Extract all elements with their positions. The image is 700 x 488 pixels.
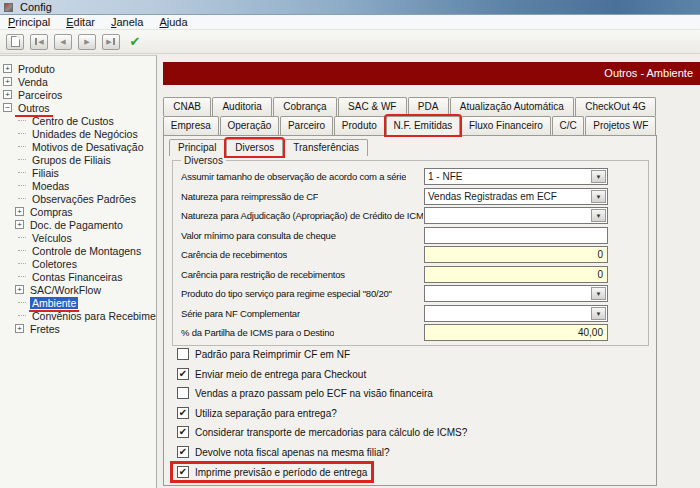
prior-record-icon: ◀ — [60, 38, 65, 45]
combo-natureza-para-adjudicacao-ap[interactable]: ▼ — [424, 207, 608, 224]
tab-parceiro[interactable]: Parceiro — [280, 116, 333, 135]
tree-item-unidades-de-negocios[interactable]: Unidades de Negócios — [0, 127, 156, 140]
checkbox-row-imprime-previsao-e-periodo-d[interactable]: ✔Imprime previsão e período de entrega — [173, 464, 371, 480]
menu-ajuda[interactable]: Ajuda — [151, 16, 195, 28]
tab-pda[interactable]: PDA — [408, 97, 449, 116]
expand-icon[interactable]: + — [3, 64, 12, 73]
tree-item-compras[interactable]: +Compras — [0, 205, 156, 218]
dropdown-arrow-icon[interactable]: ▼ — [591, 307, 606, 320]
tree-item-controle-de-montagens[interactable]: Controle de Montagens — [0, 244, 156, 257]
tab-produto[interactable]: Produto — [334, 116, 385, 135]
menu-editar[interactable]: Editar — [58, 16, 103, 28]
tree-connector — [18, 133, 26, 134]
checked-checkbox[interactable]: ✔ — [177, 368, 189, 380]
tab-operacao[interactable]: Operação — [220, 116, 280, 135]
expand-icon[interactable]: + — [15, 324, 24, 333]
tab-n-f-emitidas[interactable]: N.F. Emitidas — [386, 116, 461, 135]
tree-item-filiais[interactable]: Filiais — [0, 166, 156, 179]
field-label: Produto do tipo serviço para regime espe… — [181, 288, 392, 299]
checked-checkbox[interactable]: ✔ — [177, 426, 189, 438]
input-valor-minimo-para-consulta-d[interactable] — [424, 227, 608, 244]
combo-assumir-tamanho-de-observaca[interactable]: 1 - NFE▼ — [424, 168, 608, 185]
confirm-button[interactable]: ✔ — [126, 34, 144, 50]
first-record-button[interactable]: ◀ — [30, 34, 48, 50]
last-record-button[interactable]: ▶ — [102, 34, 120, 50]
checked-checkbox[interactable]: ✔ — [177, 446, 189, 458]
dropdown-arrow-icon[interactable]: ▼ — [591, 190, 606, 203]
tree-item-fretes[interactable]: +Fretes — [0, 322, 156, 335]
tree-item-contas-financeiras[interactable]: Contas Financeiras — [0, 270, 156, 283]
tab-checkout-4g[interactable]: CheckOut 4G — [575, 97, 656, 116]
tab-fluxo-financeiro[interactable]: Fluxo Financeiro — [461, 116, 551, 135]
unchecked-checkbox[interactable] — [177, 348, 189, 360]
subtab-diversos[interactable]: Diversos — [226, 139, 283, 156]
tree-item-label: Centro de Custos — [30, 115, 116, 127]
tree-item-parceiros[interactable]: +Parceiros — [0, 88, 156, 101]
expand-icon[interactable]: + — [3, 77, 12, 86]
subtab-transferencias[interactable]: Transferências — [284, 139, 368, 156]
field-row-serie-para-nf-complementar: Série para NF Complementar▼ — [179, 305, 644, 322]
tree-item-observacoes-padroes[interactable]: Observações Padrões — [0, 192, 156, 205]
tab-atualizacao-automatica[interactable]: Atualização Automática — [450, 97, 574, 116]
next-record-icon: ▶ — [84, 38, 89, 45]
dropdown-arrow-icon[interactable]: ▼ — [591, 287, 606, 300]
tree-item-produto[interactable]: +Produto — [0, 62, 156, 75]
tree-item-venda[interactable]: +Venda — [0, 75, 156, 88]
tree-item-motivos-de-desativacao[interactable]: Motivos de Desativação — [0, 140, 156, 153]
input-carencia-para-restricao-de-r[interactable]: 0 — [424, 266, 608, 283]
checkbox-row-devolve-nota-fiscal-apenas-n[interactable]: ✔Devolve nota fiscal apenas na mesma fil… — [173, 444, 394, 460]
checkbox-row-vendas-a-prazo-passam-pelo-e[interactable]: Vendas a prazo passam pelo ECF na visão … — [173, 385, 437, 401]
tree-item-moedas[interactable]: Moedas — [0, 179, 156, 192]
tree-item-sac-workflow[interactable]: +SAC/WorkFlow — [0, 283, 156, 296]
tree-item-centro-de-custos[interactable]: Centro de Custos — [0, 114, 156, 127]
unchecked-checkbox[interactable] — [177, 387, 189, 399]
expand-icon[interactable]: + — [3, 90, 12, 99]
combo-serie-para-nf-complementar[interactable]: ▼ — [424, 305, 608, 322]
tab-empresa[interactable]: Empresa — [163, 116, 219, 135]
tree-item-label: Produto — [16, 63, 57, 75]
combo-produto-do-tipo-servico-para[interactable]: ▼ — [424, 285, 608, 302]
next-record-button[interactable]: ▶ — [78, 34, 96, 50]
dropdown-arrow-icon[interactable]: ▼ — [591, 209, 606, 222]
field-row-natureza-para-adjudicacao-ap: Natureza para Adjudicação (Apropriação) … — [179, 207, 644, 224]
tab-auditoria[interactable]: Auditoria — [212, 97, 272, 116]
tab-cobranca[interactable]: Cobrança — [273, 97, 337, 116]
checkbox-row-utiliza-separacao-para-entre[interactable]: ✔Utiliza separação para entrega? — [173, 405, 341, 421]
tree-item-label: Contas Financeiras — [30, 271, 124, 283]
checkbox-row-enviar-meio-de-entrega-para-[interactable]: ✔Enviar meio de entrega para Checkout — [173, 366, 370, 382]
dropdown-arrow-icon[interactable]: ▼ — [591, 170, 606, 183]
input-da-partilha-de-icms-para-o-d[interactable]: 40,00 — [424, 324, 608, 341]
new-record-button[interactable] — [6, 34, 24, 50]
tab-projetos-wf[interactable]: Projetos WF — [585, 116, 656, 135]
field-label: % da Partilha de ICMS para o Destino — [181, 327, 334, 338]
expand-icon[interactable]: + — [15, 285, 24, 294]
checkbox-row-padrao-para-reimprimir-cf-em[interactable]: Padrão para Reimprimir CF em NF — [173, 346, 354, 362]
tab-c-c[interactable]: C/C — [552, 116, 585, 135]
tree-item-veiculos[interactable]: Veículos — [0, 231, 156, 244]
menu-principal[interactable]: Principal — [0, 16, 58, 28]
tab-sac-wf[interactable]: SAC & WF — [338, 97, 407, 116]
tree-connector — [18, 146, 26, 147]
tab-cnab[interactable]: CNAB — [163, 97, 211, 116]
tree-item-doc-de-pagamento[interactable]: +Doc. de Pagamento — [0, 218, 156, 231]
tree-item-ambiente[interactable]: Ambiente — [0, 296, 156, 309]
tree-item-outros[interactable]: −Outros — [0, 101, 156, 114]
input-carencia-de-recebimentos[interactable]: 0 — [424, 246, 608, 263]
checked-checkbox[interactable]: ✔ — [177, 466, 189, 478]
checkbox-label: Utiliza separação para entrega? — [195, 408, 337, 419]
tree-item-grupos-de-filiais[interactable]: Grupos de Filiais — [0, 153, 156, 166]
menu-janela[interactable]: Janela — [103, 16, 151, 28]
combo-natureza-para-reimpressao-de[interactable]: Vendas Registradas em ECF▼ — [424, 188, 608, 205]
expand-icon[interactable]: + — [15, 220, 24, 229]
last-record-icon — [113, 38, 115, 45]
subtab-principal[interactable]: Principal — [169, 139, 225, 156]
expand-icon[interactable]: + — [15, 207, 24, 216]
checkbox-label: Imprime previsão e período de entrega — [195, 467, 367, 478]
checked-checkbox[interactable]: ✔ — [177, 407, 189, 419]
tree-item-coletores[interactable]: Coletores — [0, 257, 156, 270]
collapse-icon[interactable]: − — [3, 103, 12, 112]
checkbox-row-considerar-transporte-de-mer[interactable]: ✔Considerar transporte de mercadorias pa… — [173, 424, 471, 440]
prior-record-button[interactable]: ◀ — [54, 34, 72, 50]
field-label: Carência de recebimentos — [181, 249, 287, 260]
tree-item-convenios-para-recebimentos-c[interactable]: Convênios para Recebimentos c — [0, 309, 156, 322]
